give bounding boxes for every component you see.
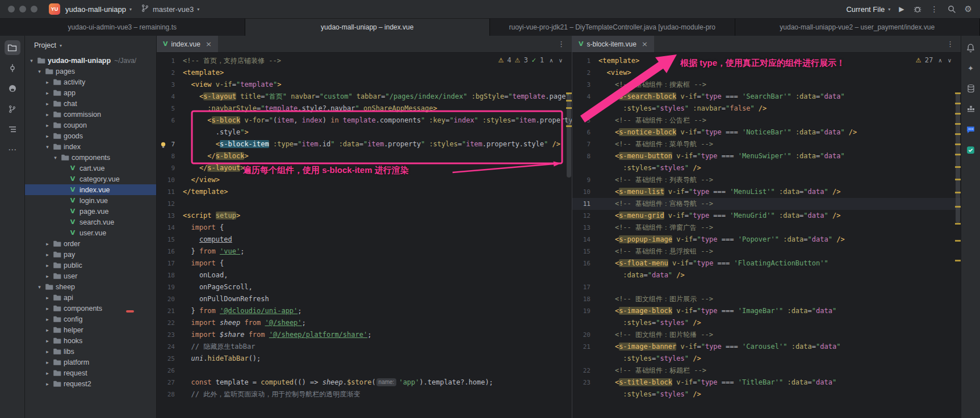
more-vertical-icon[interactable]: ⋮ [931, 5, 939, 13]
ai-assistant-icon[interactable]: ✦ [963, 61, 979, 75]
chevron-closed-icon[interactable]: ▸ [43, 316, 52, 322]
chevron-closed-icon[interactable]: ▸ [43, 263, 52, 268]
tree-item-request[interactable]: ▸request [25, 368, 156, 378]
window-tab[interactable]: yudao-mall-uniapp – index.vue [245, 19, 491, 36]
notifications-icon[interactable] [963, 40, 979, 55]
chevron-closed-icon[interactable]: ▸ [43, 112, 52, 117]
chevron-closed-icon[interactable]: ▸ [43, 327, 52, 333]
tree-item-goods[interactable]: ▸goods [25, 130, 156, 141]
run-icon[interactable]: ▶ [899, 6, 904, 12]
tree-item-login.vue[interactable]: Vlogin.vue [25, 195, 156, 206]
next-problem-icon[interactable]: ∨ [559, 57, 563, 64]
close-tab-icon[interactable]: × [206, 40, 212, 48]
chevron-closed-icon[interactable]: ▸ [43, 101, 52, 107]
tree-item-hooks[interactable]: ▸hooks [25, 335, 156, 346]
modules-icon[interactable] [963, 102, 979, 116]
tab-options-icon[interactable]: ⋮ [551, 36, 572, 52]
tree-item-coupon[interactable]: ▸coupon [25, 120, 156, 130]
settings-icon[interactable]: ⚙ [965, 5, 972, 14]
chevron-closed-icon[interactable]: ▸ [43, 370, 52, 376]
project-icon[interactable] [5, 40, 20, 55]
project-selector[interactable]: yudao-mall-uniapp▾ [65, 5, 132, 14]
chevron-open-icon[interactable]: ▾ [43, 144, 52, 150]
tree-item-index.vue[interactable]: Vindex.vue [25, 184, 156, 195]
chevron-closed-icon[interactable]: ▸ [43, 338, 52, 344]
tree-item-config[interactable]: ▸config [25, 314, 156, 324]
debug-icon[interactable] [913, 5, 922, 14]
chevron-open-icon[interactable]: ▾ [35, 69, 44, 74]
tree-item-api[interactable]: ▸api [25, 292, 156, 303]
chevron-closed-icon[interactable]: ▸ [43, 295, 52, 301]
tree-item-app[interactable]: ▸app [25, 87, 156, 98]
scrollbar-thumb[interactable] [567, 92, 571, 178]
tree-item-request2[interactable]: ▸request2 [25, 378, 156, 389]
marketplace-icon[interactable] [963, 142, 979, 157]
tree-item-pages[interactable]: ▾pages [25, 66, 156, 77]
chevron-open-icon[interactable]: ▾ [51, 155, 60, 161]
chevron-closed-icon[interactable]: ▸ [43, 252, 52, 257]
search-icon[interactable] [947, 5, 956, 14]
chevron-closed-icon[interactable]: ▸ [43, 360, 52, 365]
tree-item-cart.vue[interactable]: Vcart.vue [25, 163, 156, 174]
tree-item-helper[interactable]: ▸helper [25, 324, 156, 335]
scrollbar-thumb[interactable] [956, 92, 960, 223]
inspections-widget[interactable]: ⚠27 ∧ ∨ [916, 56, 952, 64]
prev-problem-icon[interactable]: ∧ [938, 57, 942, 64]
window-tab[interactable]: yudao-ui-admin-vue3 – remaining.ts [0, 19, 245, 36]
tree-item-platform[interactable]: ▸platform [25, 357, 156, 368]
code-editor[interactable]: 1<!-- 首页，支持店铺装修 -->2<template>3 <view v-… [157, 53, 572, 418]
tree-item-components[interactable]: ▸components [25, 303, 156, 314]
window-tab[interactable]: ruoyi-vue-pro-jdk21 – DiyTemplateControl… [490, 19, 735, 36]
tab-options-icon[interactable]: ⋮ [940, 36, 961, 52]
tree-item-category.vue[interactable]: Vcategory.vue [25, 174, 156, 184]
project-panel-header[interactable]: Project ▾ [25, 36, 156, 55]
tree-item-public[interactable]: ▸public [25, 260, 156, 271]
chevron-closed-icon[interactable]: ▸ [43, 241, 52, 247]
intention-bulb-icon[interactable] [160, 141, 167, 148]
chevron-closed-icon[interactable]: ▸ [43, 349, 52, 354]
tree-item-user[interactable]: ▸user [25, 271, 156, 281]
tree-item-page.vue[interactable]: Vpage.vue [25, 206, 156, 217]
run-configuration-selector[interactable]: Current File▾ [846, 5, 890, 14]
structure-icon[interactable] [5, 122, 20, 137]
chevron-open-icon[interactable]: ▾ [27, 58, 36, 64]
tree-item-sheep[interactable]: ▾sheep [25, 281, 156, 292]
database-icon[interactable] [963, 81, 979, 96]
github-icon[interactable] [5, 81, 20, 96]
tree-item-chat[interactable]: ▸chat [25, 98, 156, 109]
tree-item-activity[interactable]: ▸activity [25, 77, 156, 87]
tree-item-components[interactable]: ▾components [25, 152, 156, 163]
chevron-closed-icon[interactable]: ▸ [43, 79, 52, 85]
prev-problem-icon[interactable]: ∧ [549, 57, 553, 64]
chat-icon[interactable] [963, 122, 979, 137]
inspections-widget[interactable]: ⚠4 ⚠3 ✓1 ∧ ∨ [498, 56, 563, 64]
chevron-closed-icon[interactable]: ▸ [43, 306, 52, 311]
tree-item-libs[interactable]: ▸libs [25, 346, 156, 357]
tree-item-yudao-mall-uniapp[interactable]: ▾yudao-mall-uniapp~/Java/ [25, 55, 156, 66]
chevron-closed-icon[interactable]: ▸ [43, 133, 52, 139]
tree-item-commission[interactable]: ▸commission [25, 109, 156, 120]
chevron-closed-icon[interactable]: ▸ [43, 90, 52, 96]
chevron-closed-icon[interactable]: ▸ [43, 381, 52, 387]
editor-tab-index-vue[interactable]: V index.vue × [157, 36, 218, 52]
chevron-closed-icon[interactable]: ▸ [43, 273, 52, 279]
code-editor[interactable]: 1<template>2 <view>3 <!-- 基础组件：搜索框 -->4 … [572, 53, 961, 418]
window-controls[interactable] [8, 6, 37, 12]
window-tab[interactable]: yudao-mall-uniapp-vue2 – user_payment/in… [735, 19, 980, 36]
more-icon[interactable]: ⋯ [5, 142, 20, 157]
tree-item-user.vue[interactable]: Vuser.vue [25, 227, 156, 238]
editor-tab-s-block-item-vue[interactable]: V s-block-item.vue × [572, 36, 654, 52]
tree-item-order[interactable]: ▸order [25, 238, 156, 249]
zoom-window-button[interactable] [31, 6, 37, 12]
close-window-button[interactable] [8, 6, 15, 12]
chevron-open-icon[interactable]: ▾ [35, 284, 44, 290]
close-tab-icon[interactable]: × [642, 40, 648, 48]
tree-item-search.vue[interactable]: Vsearch.vue [25, 217, 156, 227]
tree-item-pay[interactable]: ▸pay [25, 249, 156, 260]
next-problem-icon[interactable]: ∨ [948, 57, 952, 64]
tree-item-index[interactable]: ▾index [25, 141, 156, 152]
chevron-closed-icon[interactable]: ▸ [43, 123, 52, 128]
minimize-window-button[interactable] [19, 6, 26, 12]
commit-icon[interactable] [5, 61, 20, 75]
branch-icon[interactable] [5, 102, 20, 116]
